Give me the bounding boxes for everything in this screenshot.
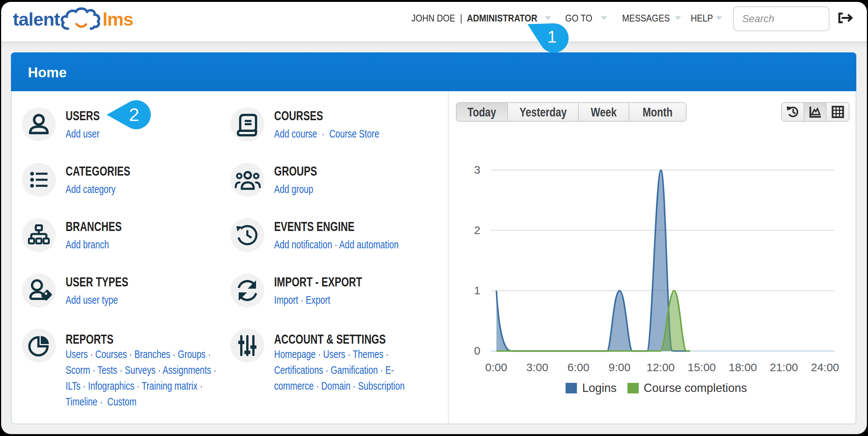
svg-text:0: 0 [474,344,480,357]
svg-text:6:00: 6:00 [567,361,589,373]
svg-text:3: 3 [474,164,480,176]
svg-text:Course completions: Course completions [644,381,747,395]
svg-text:1: 1 [474,284,480,297]
svg-text:12:00: 12:00 [646,361,675,373]
svg-text:Logins: Logins [582,381,616,395]
svg-text:9:00: 9:00 [609,361,630,373]
svg-text:3:00: 3:00 [526,361,548,373]
svg-text:2: 2 [129,104,139,125]
svg-text:15:00: 15:00 [687,361,716,373]
svg-text:24:00: 24:00 [811,361,839,373]
svg-text:2: 2 [474,224,480,236]
svg-text:21:00: 21:00 [770,361,798,373]
svg-text:1: 1 [547,27,557,46]
svg-text:18:00: 18:00 [728,361,757,373]
svg-text:0:00: 0:00 [485,361,507,373]
